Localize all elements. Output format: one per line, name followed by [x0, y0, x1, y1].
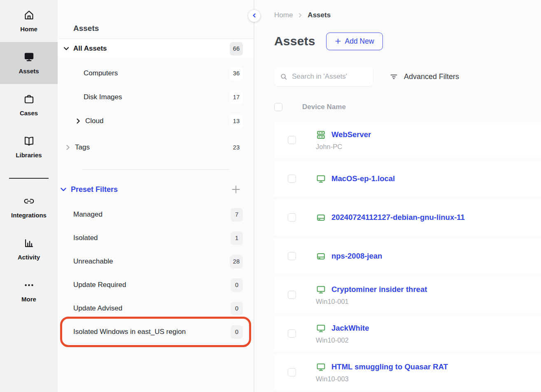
collapse-panel-button[interactable] — [248, 10, 260, 22]
book-open-icon — [23, 135, 35, 147]
device-name-link[interactable]: MacOS-ep-1.local — [331, 174, 395, 183]
preset-filter-unreachable[interactable]: Unreachable28 — [58, 252, 254, 271]
chevron-down-icon — [59, 185, 68, 194]
sidebar-item-home[interactable]: Home — [0, 0, 58, 42]
sidebar-item-activity[interactable]: Activity — [0, 228, 58, 270]
tree-panel-title: Assets — [58, 0, 254, 39]
sidebar-item-assets[interactable]: Assets — [0, 42, 58, 84]
preset-filters-header[interactable]: Preset Filters — [58, 183, 254, 196]
count-badge: 0 — [231, 302, 243, 315]
breadcrumb-home-link[interactable]: Home — [274, 11, 293, 19]
assets-tree-panel: Assets All Assets66Computers36Disk Image… — [58, 0, 254, 392]
row-checkbox[interactable] — [288, 252, 296, 260]
device-subtitle: Win10-003 — [316, 375, 448, 383]
ellipsis-icon — [23, 280, 35, 291]
preset-filter-label: Isolated — [73, 234, 98, 242]
device-name-link[interactable]: 20240724112127-debian-gnu-linux-11 — [331, 213, 465, 222]
device-cell: WebServerJohn-PC — [316, 130, 371, 151]
asset-tree: All Assets66Computers36Disk Images17Clou… — [58, 39, 254, 157]
search-icon — [280, 73, 288, 81]
table-row[interactable]: JackWhiteWin10-002 — [274, 316, 541, 351]
sidebar-item-label: Assets — [19, 68, 39, 75]
preset-filters-title: Preset Filters — [71, 185, 118, 194]
row-checkbox[interactable] — [288, 291, 296, 299]
tree-item-label: Computers — [84, 69, 118, 77]
sidebar-item-label: Integrations — [11, 212, 47, 219]
preset-filter-managed[interactable]: Managed7 — [58, 205, 254, 224]
monitor-filled-icon — [23, 51, 35, 63]
table-row[interactable]: MacOS-ep-1.local — [274, 161, 541, 196]
preset-filter-update-advised[interactable]: Update Advised0 — [58, 299, 254, 317]
page-title-row: Assets Add New — [274, 32, 541, 51]
main-sidebar: HomeAssetsCasesLibrariesIntegrationsActi… — [0, 0, 58, 392]
device-cell: nps-2008-jean — [316, 251, 382, 261]
preset-filter-isolated-windows-in-east_us-region[interactable]: Isolated Windows in east_US region0 — [58, 323, 254, 341]
device-subtitle: Win10-002 — [316, 336, 369, 344]
filter-icon — [389, 72, 398, 81]
tree-item-cloud[interactable]: Cloud13 — [58, 112, 254, 131]
monitor-icon — [316, 362, 326, 372]
chevron-right-icon[interactable] — [64, 144, 72, 151]
count-badge: 13 — [230, 114, 243, 128]
chevron-right-icon[interactable] — [75, 117, 82, 125]
row-checkbox[interactable] — [288, 368, 296, 376]
search-input[interactable] — [292, 72, 367, 81]
add-preset-filter-button[interactable] — [231, 185, 240, 194]
asset-table: WebServerJohn-PCMacOS-ep-1.local20240724… — [274, 122, 541, 390]
table-row[interactable]: 20240724112127-debian-gnu-linux-11 — [274, 200, 541, 235]
preset-filter-update-required[interactable]: Update Required0 — [58, 276, 254, 294]
select-all-checkbox[interactable] — [274, 103, 282, 111]
server-stack-icon — [316, 130, 326, 140]
bar-chart-icon — [23, 238, 35, 249]
device-name-link[interactable]: HTML smuggling to Quasar RAT — [331, 362, 448, 371]
add-new-button[interactable]: Add New — [326, 33, 383, 50]
row-checkbox[interactable] — [288, 175, 296, 183]
count-badge: 66 — [230, 42, 243, 56]
device-name-link[interactable]: JackWhite — [331, 324, 369, 333]
table-row[interactable]: WebServerJohn-PC — [274, 122, 541, 158]
count-badge: 28 — [230, 255, 243, 268]
advanced-filters-button[interactable]: Advanced Filters — [389, 72, 459, 81]
device-cell: MacOS-ep-1.local — [316, 174, 395, 184]
sidebar-item-label: More — [21, 296, 36, 303]
count-badge: 0 — [231, 325, 243, 339]
count-badge: 0 — [231, 278, 243, 292]
search-row: Advanced Filters — [274, 67, 541, 86]
link-icon — [23, 196, 35, 207]
sidebar-item-libraries[interactable]: Libraries — [0, 126, 58, 168]
hard-drive-icon — [316, 251, 326, 261]
table-row[interactable]: nps-2008-jean — [274, 238, 541, 274]
tree-item-tags[interactable]: Tags23 — [58, 138, 254, 157]
device-name-link[interactable]: Cryptominer insider threat — [331, 285, 427, 294]
home-icon — [23, 9, 35, 21]
row-checkbox[interactable] — [288, 329, 296, 338]
row-checkbox[interactable] — [288, 213, 296, 222]
tree-item-all-assets[interactable]: All Assets66 — [58, 39, 254, 58]
main-content: Home Assets Assets Add New Advanced Filt… — [254, 0, 541, 392]
tree-item-disk-images[interactable]: Disk Images17 — [58, 88, 254, 107]
device-name-link[interactable]: WebServer — [331, 130, 371, 139]
sidebar-item-cases[interactable]: Cases — [0, 84, 58, 126]
tree-item-computers[interactable]: Computers36 — [58, 64, 254, 83]
sidebar-item-label: Home — [20, 26, 37, 33]
preset-filter-label: Update Advised — [73, 304, 122, 313]
device-subtitle: John-PC — [316, 143, 371, 151]
preset-filters-list: Managed7Isolated1Unreachable28Update Req… — [58, 205, 254, 341]
device-name-link[interactable]: nps-2008-jean — [331, 252, 382, 261]
table-row[interactable]: Cryptominer insider threatWin10-001 — [274, 277, 541, 313]
sidebar-item-more[interactable]: More — [0, 270, 58, 312]
tree-item-label: All Assets — [73, 44, 107, 53]
preset-filter-label: Managed — [73, 210, 103, 219]
preset-filter-isolated[interactable]: Isolated1 — [58, 229, 254, 247]
preset-divider — [82, 169, 229, 170]
monitor-icon — [316, 323, 326, 334]
row-checkbox[interactable] — [288, 136, 296, 144]
chevron-right-icon — [297, 12, 303, 19]
sidebar-item-integrations[interactable]: Integrations — [0, 186, 58, 228]
count-badge: 1 — [231, 231, 243, 245]
chevron-down-icon[interactable] — [63, 45, 70, 52]
device-cell: JackWhiteWin10-002 — [316, 323, 369, 344]
table-row[interactable]: HTML smuggling to Quasar RATWin10-003 — [274, 355, 541, 390]
plus-icon — [335, 38, 341, 44]
chevron-left-icon — [252, 12, 257, 20]
